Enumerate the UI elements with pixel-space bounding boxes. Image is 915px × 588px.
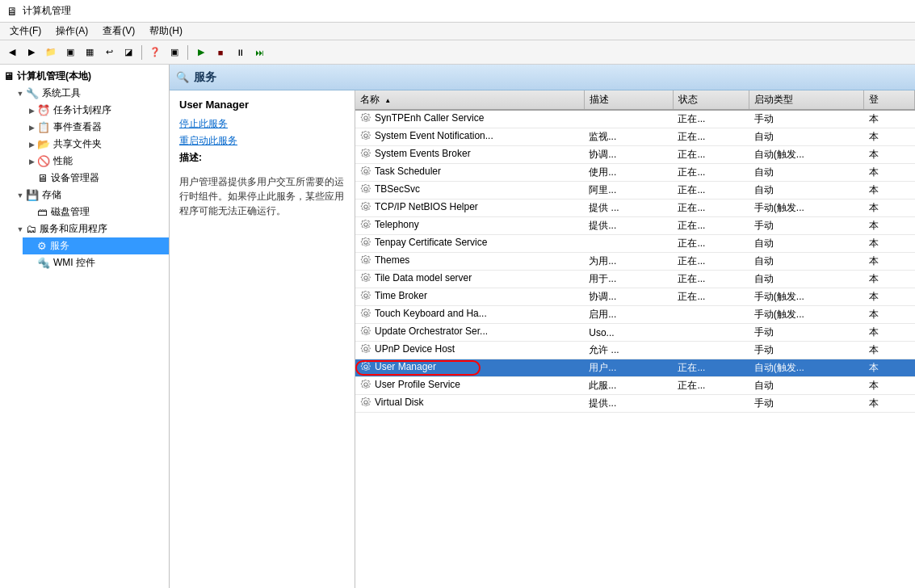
table-row[interactable]: Touch Keyboard and Ha...启用...手动(触发...本 xyxy=(355,306,915,324)
toggle-system-tools[interactable]: ▼ xyxy=(15,90,26,98)
table-row[interactable]: System Event Notification...监视...正在...自动… xyxy=(355,128,915,146)
tree-storage[interactable]: ▼ 💾 存储 xyxy=(11,187,169,204)
tree-device-manager[interactable]: 🖥 设备管理器 xyxy=(23,170,169,187)
tree-wmi[interactable]: 🔩 WMI 控件 xyxy=(23,254,169,271)
stop-button[interactable]: ■ xyxy=(212,44,229,61)
toggle-perf[interactable]: ▶ xyxy=(26,158,37,166)
play-button[interactable]: ▶ xyxy=(192,44,210,61)
tree-panel: 🖥 计算机管理(本地) ▼ 🔧 系统工具 ▶ ⏰ 任务计划程序 ▶ 📋 事件查看… xyxy=(0,65,170,588)
table-row[interactable]: Tile Data model server用于...正在...自动本 xyxy=(355,271,915,288)
col-desc[interactable]: 描述 xyxy=(584,90,673,110)
table-row[interactable]: User Manager用户...正在...自动(触发...本 xyxy=(355,359,915,377)
col-startup[interactable]: 启动类型 xyxy=(749,90,864,110)
tree-button[interactable]: ▣ xyxy=(61,44,79,61)
toggle-services-apps[interactable]: ▼ xyxy=(15,225,26,233)
toggle-shared[interactable]: ▶ xyxy=(26,141,37,149)
folder-button[interactable]: 📁 xyxy=(42,44,60,61)
table-row[interactable]: Time Broker协调...正在...手动(触发...本 xyxy=(355,288,915,306)
table-row[interactable]: Task Scheduler使用...正在...自动本 xyxy=(355,164,915,182)
service-login-cell: 本 xyxy=(864,182,915,200)
restart-service-link[interactable]: 重启动此服务 xyxy=(179,134,345,148)
service-login-cell: 本 xyxy=(864,253,915,271)
tree-shared-folder[interactable]: ▶ 📂 共享文件夹 xyxy=(23,136,169,153)
table-row[interactable]: SynTPEnh Caller Service正在...手动本 xyxy=(355,110,915,128)
tree-performance[interactable]: ▶ 🚫 性能 xyxy=(23,153,169,170)
services-table: 名称 ▲ 描述 状态 启动类型 登 SynTPEnh Caller Servic… xyxy=(355,90,915,413)
service-name-cell: Tenpay Certificate Service xyxy=(355,235,584,253)
service-login-cell: 本 xyxy=(864,395,915,413)
table-row[interactable]: Virtual Disk提供...手动本 xyxy=(355,395,915,413)
stop-service-link[interactable]: 停止此服务 xyxy=(179,117,345,131)
service-status-cell xyxy=(673,342,749,359)
table-row[interactable]: TCP/IP NetBIOS Helper提供 ...正在...手动(触发...… xyxy=(355,200,915,217)
service-desc-cell: 阿里... xyxy=(584,182,673,200)
tree-event-viewer[interactable]: ▶ 📋 事件查看器 xyxy=(23,119,169,136)
services-icon: ⚙ xyxy=(37,240,47,252)
service-name-cell: System Events Broker xyxy=(355,146,584,164)
table-row[interactable]: Themes为用...正在...自动本 xyxy=(355,253,915,271)
menu-help[interactable]: 帮助(H) xyxy=(143,23,189,40)
tree-services-apps[interactable]: ▼ 🗂 服务和应用程序 xyxy=(11,220,169,237)
table-row[interactable]: UPnP Device Host允许 ...手动本 xyxy=(355,342,915,359)
title-bar: 🖥 计算机管理 xyxy=(0,0,915,23)
tree-task-scheduler[interactable]: ▶ ⏰ 任务计划程序 xyxy=(23,102,169,119)
service-login-cell: 本 xyxy=(864,146,915,164)
services-apps-icon: 🗂 xyxy=(26,223,36,235)
service-startup-cell: 手动 xyxy=(749,342,864,359)
tree-services[interactable]: ⚙ 服务 xyxy=(23,237,169,254)
service-desc-cell: 用户... xyxy=(584,359,673,377)
tree-system-tools[interactable]: ▼ 🔧 系统工具 xyxy=(11,85,169,102)
service-name-cell: Virtual Disk xyxy=(355,395,584,413)
content-area: User Manager 停止此服务 重启动此服务 描述: 用户管理器提供多用户… xyxy=(170,90,915,588)
table-row[interactable]: System Events Broker协调...正在...自动(触发...本 xyxy=(355,146,915,164)
export-button[interactable]: ◪ xyxy=(120,44,137,61)
menu-action[interactable]: 操作(A) xyxy=(49,23,94,40)
services-title: 服务 xyxy=(194,70,216,85)
service-login-cell: 本 xyxy=(864,377,915,395)
toolbar: ◀ ▶ 📁 ▣ ▦ ↩ ◪ ❓ ▣ ▶ ■ ⏸ ⏭ xyxy=(0,40,915,65)
toggle-task[interactable]: ▶ xyxy=(26,107,37,115)
back-button[interactable]: ◀ xyxy=(3,44,21,61)
service-startup-cell: 自动 xyxy=(749,377,864,395)
service-name-cell: Touch Keyboard and Ha... xyxy=(355,306,584,324)
refresh-button[interactable]: ↩ xyxy=(100,44,118,61)
service-name-cell: Telephony xyxy=(355,217,584,235)
table-row[interactable]: Update Orchestrator Ser...Uso...手动本 xyxy=(355,324,915,342)
service-startup-cell: 自动 xyxy=(749,253,864,271)
service-login-cell: 本 xyxy=(864,288,915,306)
service-login-cell: 本 xyxy=(864,271,915,288)
col-status[interactable]: 状态 xyxy=(673,90,749,110)
table-row[interactable]: Telephony提供...正在...手动本 xyxy=(355,217,915,235)
help-button[interactable]: ❓ xyxy=(146,44,164,61)
table-row[interactable]: User Profile Service此服...正在...自动本 xyxy=(355,377,915,395)
tree-root[interactable]: 🖥 计算机管理(本地) xyxy=(0,68,169,85)
service-login-cell: 本 xyxy=(864,110,915,128)
restart-button[interactable]: ⏭ xyxy=(250,44,268,61)
table-row[interactable]: Tenpay Certificate Service正在...自动本 xyxy=(355,235,915,253)
table-header-row: 名称 ▲ 描述 状态 启动类型 登 xyxy=(355,90,915,110)
service-login-cell: 本 xyxy=(864,235,915,253)
service-startup-cell: 自动 xyxy=(749,235,864,253)
toggle-storage[interactable]: ▼ xyxy=(15,191,26,200)
service-name-cell: TCP/IP NetBIOS Helper xyxy=(355,200,584,217)
service-desc-cell: 使用... xyxy=(584,164,673,182)
grid-button[interactable]: ▦ xyxy=(81,44,99,61)
col-login[interactable]: 登 xyxy=(864,90,915,110)
toggle-event[interactable]: ▶ xyxy=(26,124,37,132)
storage-icon: 💾 xyxy=(26,189,39,201)
forward-button[interactable]: ▶ xyxy=(23,44,40,61)
menu-view[interactable]: 查看(V) xyxy=(96,23,141,40)
service-startup-cell: 自动 xyxy=(749,164,864,182)
col-name[interactable]: 名称 ▲ xyxy=(355,90,584,110)
view-button[interactable]: ▣ xyxy=(166,44,183,61)
main-container: 🖥 计算机管理(本地) ▼ 🔧 系统工具 ▶ ⏰ 任务计划程序 ▶ 📋 事件查看… xyxy=(0,65,915,588)
tree-disk-mgmt[interactable]: 🗃 磁盘管理 xyxy=(23,204,169,220)
pause-button[interactable]: ⏸ xyxy=(231,44,249,61)
title-icon: 🖥 xyxy=(6,5,18,18)
service-name-cell: TBSecSvc xyxy=(355,182,584,200)
table-row[interactable]: TBSecSvc阿里...正在...自动本 xyxy=(355,182,915,200)
menu-file[interactable]: 文件(F) xyxy=(3,23,48,40)
service-login-cell: 本 xyxy=(864,128,915,146)
service-startup-cell: 手动 xyxy=(749,324,864,342)
services-header: 🔍 服务 xyxy=(170,65,915,90)
